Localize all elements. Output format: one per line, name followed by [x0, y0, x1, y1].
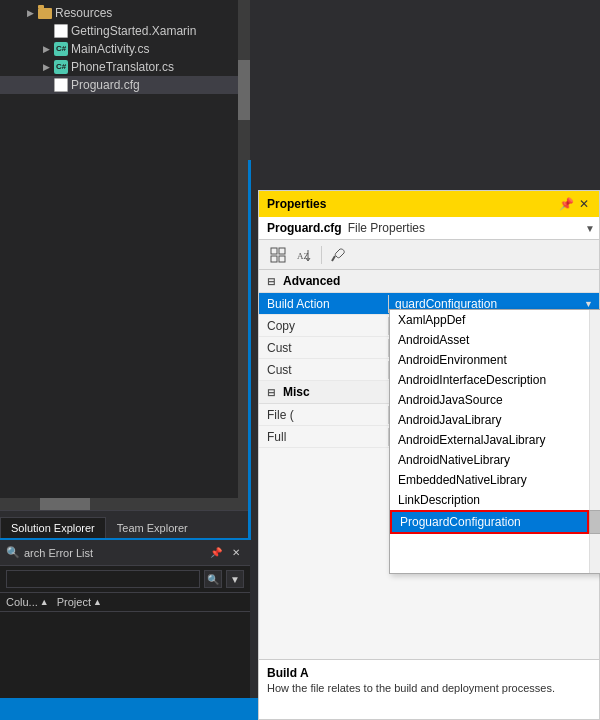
tree-label-resources: Resources — [55, 6, 112, 20]
sort-icon-column: ▲ — [40, 597, 49, 607]
dropdown-item-androidasset[interactable]: AndroidAsset — [390, 330, 589, 350]
expand-arrow-resources: ▶ — [24, 7, 36, 19]
dropdown-item-androidnativelibrary[interactable]: AndroidNativeLibrary — [390, 450, 589, 470]
tree-label-gettingstarted: GettingStarted.Xamarin — [71, 24, 196, 38]
dropdown-item-androidjavalibrary[interactable]: AndroidJavaLibrary — [390, 410, 589, 430]
collapse-icon-misc: ⊟ — [267, 387, 279, 398]
panel-icons: 📌 ✕ — [208, 545, 244, 561]
prop-name-cust1: Cust — [259, 339, 389, 357]
svg-rect-3 — [279, 256, 285, 262]
search-row: 🔍 ▼ — [0, 566, 250, 593]
dropdown-list: XamlAppDef AndroidAsset AndroidEnvironme… — [389, 309, 600, 574]
column-headers: Colu... ▲ Project ▲ — [0, 593, 250, 612]
bottom-panel-title: 🔍 — [6, 546, 20, 559]
props-file-type: File Properties — [348, 221, 425, 235]
tree-label-mainactivity: MainActivity.cs — [71, 42, 149, 56]
props-file-name: Proguard.cfg — [267, 221, 342, 235]
tree-item-mainactivity[interactable]: ▶ C# MainActivity.cs — [0, 40, 250, 58]
tree-item-gettingstarted[interactable]: GettingStarted.Xamarin — [0, 22, 250, 40]
props-file-row[interactable]: Proguard.cfg File Properties ▼ — [259, 217, 599, 240]
tab-solution-explorer[interactable]: Solution Explorer — [0, 517, 106, 538]
search-dropdown-btn[interactable]: ▼ — [226, 570, 244, 588]
build-action-dropdown-arrow[interactable]: ▼ — [584, 299, 593, 309]
close-props-icon[interactable]: ✕ — [577, 197, 591, 211]
col-header-column[interactable]: Colu... ▲ — [6, 596, 49, 608]
wrench-btn[interactable] — [328, 244, 350, 266]
file-dropdown-arrow: ▼ — [585, 223, 595, 234]
tree-item-phonetranslator[interactable]: ▶ C# PhoneTranslator.cs — [0, 58, 250, 76]
prop-name-file: File ( — [259, 406, 389, 424]
expand-arrow-phonetranslator: ▶ — [40, 61, 52, 73]
props-description: Build A How the file relates to the buil… — [259, 659, 599, 719]
props-title: Properties — [267, 197, 326, 211]
svg-rect-1 — [279, 248, 285, 254]
section-label-misc: Misc — [283, 385, 310, 399]
tree-label-proguard: Proguard.cfg — [71, 78, 140, 92]
props-toolbar: AZ — [259, 240, 599, 270]
grid-icon — [270, 247, 286, 263]
folder-icon-resources — [38, 8, 52, 19]
prop-name-copy: Copy — [259, 317, 389, 335]
dropdown-item-proguardconfiguration[interactable]: ProguardConfiguration — [390, 510, 589, 534]
solution-scrollbar-thumb — [238, 60, 250, 120]
file-icon-proguard — [54, 78, 68, 92]
props-description-title: Build A — [267, 666, 591, 680]
cs-icon-mainactivity: C# — [54, 42, 68, 56]
prop-name-build-action: Build Action — [259, 295, 389, 313]
file-icon-gettingstarted — [54, 24, 68, 38]
bottom-panel: 🔍 arch Error List 📌 ✕ 🔍 ▼ Colu... ▲ Proj… — [0, 538, 250, 720]
dropdown-item-embeddednativelibrary[interactable]: EmbeddedNativeLibrary — [390, 470, 589, 490]
cs-icon-phonetranslator: C# — [54, 60, 68, 74]
az-sort-btn[interactable]: AZ — [293, 244, 315, 266]
search-input[interactable] — [6, 570, 200, 588]
search-button[interactable]: 🔍 — [204, 570, 222, 588]
props-description-text: How the file relates to the build and de… — [267, 682, 591, 694]
dropdown-item-androidjavasource[interactable]: AndroidJavaSource — [390, 390, 589, 410]
solution-explorer: ▶ Resources GettingStarted.Xamarin ▶ C# … — [0, 0, 250, 510]
solution-hscrollbar-thumb — [40, 498, 90, 510]
grid-view-btn[interactable] — [267, 244, 289, 266]
tab-bar: Solution Explorer Team Explorer — [0, 510, 250, 538]
expand-arrow-mainactivity: ▶ — [40, 43, 52, 55]
props-section-advanced: ⊟ Advanced — [259, 270, 599, 293]
sort-icon-project: ▲ — [93, 597, 102, 607]
wrench-icon — [331, 247, 347, 263]
dropdown-item-xamlappdef[interactable]: XamlAppDef — [390, 310, 589, 330]
collapse-icon-advanced: ⊟ — [267, 276, 279, 287]
bottom-panel-header: 🔍 arch Error List 📌 ✕ — [0, 540, 250, 566]
dropdown-item-linkdescription[interactable]: LinkDescription — [390, 490, 589, 510]
section-label-advanced: Advanced — [283, 274, 340, 288]
dropdown-scrollbar-thumb — [589, 510, 600, 534]
props-icons: 📌 ✕ — [559, 197, 591, 211]
close-icon[interactable]: ✕ — [228, 545, 244, 561]
prop-name-cust2: Cust — [259, 361, 389, 379]
props-title-bar: Properties 📌 ✕ — [259, 191, 599, 217]
prop-name-full: Full — [259, 428, 389, 446]
solution-tree: ▶ Resources GettingStarted.Xamarin ▶ C# … — [0, 0, 250, 98]
properties-panel: Properties 📌 ✕ Proguard.cfg File Propert… — [258, 190, 600, 720]
dropdown-item-androidexternaljavalibrary[interactable]: AndroidExternalJavaLibrary — [390, 430, 589, 450]
pin-props-icon[interactable]: 📌 — [559, 197, 573, 211]
tree-label-phonetranslator: PhoneTranslator.cs — [71, 60, 174, 74]
solution-hscrollbar[interactable] — [0, 498, 238, 510]
dropdown-item-androidenvironment[interactable]: AndroidEnvironment — [390, 350, 589, 370]
bottom-panel-label: arch Error List — [24, 547, 93, 559]
col-label-column: Colu... — [6, 596, 38, 608]
az-icon: AZ — [296, 247, 312, 263]
blue-accent — [248, 160, 251, 540]
col-header-project[interactable]: Project ▲ — [57, 596, 102, 608]
svg-rect-2 — [271, 256, 277, 262]
dropdown-item-androidinterfacedescription[interactable]: AndroidInterfaceDescription — [390, 370, 589, 390]
toolbar-separator — [321, 246, 322, 264]
dropdown-scrollbar[interactable] — [589, 310, 600, 573]
pin-icon[interactable]: 📌 — [208, 545, 224, 561]
dropdown-list-inner[interactable]: XamlAppDef AndroidAsset AndroidEnvironme… — [390, 310, 600, 570]
svg-rect-0 — [271, 248, 277, 254]
col-label-project: Project — [57, 596, 91, 608]
svg-line-6 — [332, 256, 335, 261]
tree-item-resources[interactable]: ▶ Resources — [0, 4, 250, 22]
tree-item-proguard[interactable]: Proguard.cfg — [0, 76, 250, 94]
tab-team-explorer[interactable]: Team Explorer — [106, 517, 199, 538]
